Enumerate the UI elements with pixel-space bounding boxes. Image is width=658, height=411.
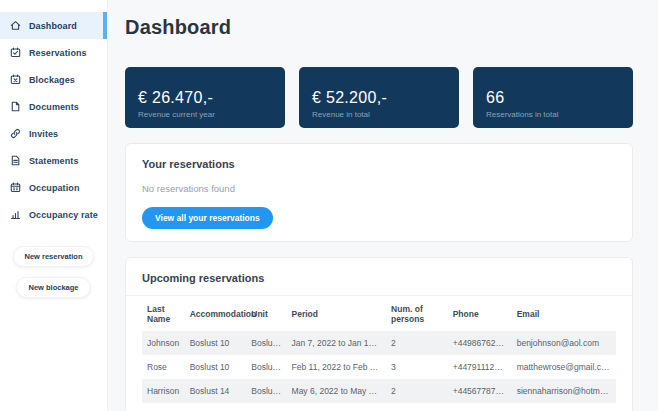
main-content: Dashboard € 26.470,- Revenue current yea… [108, 0, 658, 411]
calendar-x-icon [9, 74, 21, 86]
stat-card-revenue-current-year: € 26.470,- Revenue current year [125, 67, 285, 128]
cell-unit: Boslust 10 [246, 331, 286, 355]
sidebar-item-occupancy-rate[interactable]: Occupancy rate [0, 201, 107, 228]
sidebar-item-blockages[interactable]: Blockages [0, 66, 107, 93]
cell-accommodation: Boslust 10 [185, 331, 247, 355]
cell-period: May 6, 2022 to May 20, 2022 [287, 379, 387, 403]
sidebar: Dashboard Reservations Blockages Documen… [0, 0, 108, 411]
cell-unit: Boslust 14 [246, 379, 286, 403]
your-reservations-panel: Your reservations No reservations found … [125, 143, 633, 242]
cell-num-persons: 2 [386, 379, 448, 403]
sidebar-item-label: Blockages [29, 75, 75, 85]
calendar-icon [9, 182, 21, 194]
sidebar-item-label: Reservations [29, 48, 87, 58]
document-icon [9, 101, 21, 113]
upcoming-reservations-table: Last Name Accommodation Unit Period Num.… [142, 296, 616, 403]
link-icon [9, 128, 21, 140]
cell-email: siennaharrison@hotmail.com [512, 379, 616, 403]
table-header-row: Last Name Accommodation Unit Period Num.… [142, 296, 616, 331]
sidebar-item-statements[interactable]: Statements [0, 147, 107, 174]
cell-email: benjohnson@aol.com [512, 331, 616, 355]
sidebar-item-label: Documents [29, 102, 79, 112]
column-header-period: Period [287, 296, 387, 331]
cell-accommodation: Boslust 10 [185, 355, 247, 379]
cell-phone: +447911123456 [448, 355, 512, 379]
cell-last-name: Harrison [142, 379, 185, 403]
stat-label: Revenue in total [312, 110, 449, 119]
cell-phone: +4456778765432 [448, 379, 512, 403]
stat-label: Revenue current year [138, 110, 275, 119]
new-reservation-button[interactable]: New reservation [13, 246, 95, 267]
sidebar-item-label: Statements [29, 156, 79, 166]
cell-unit: Boslust 10 [246, 355, 286, 379]
new-blockage-button[interactable]: New blockage [16, 277, 90, 298]
sidebar-item-label: Occupation [29, 183, 80, 193]
table-row[interactable]: Johnson Boslust 10 Boslust 10 Jan 7, 202… [142, 331, 616, 355]
cell-email: matthewrose@gmail.com [512, 355, 616, 379]
column-header-unit: Unit [246, 296, 286, 331]
cell-accommodation: Boslust 14 [185, 379, 247, 403]
table-row[interactable]: Harrison Boslust 14 Boslust 14 May 6, 20… [142, 379, 616, 403]
home-icon [9, 20, 21, 32]
calendar-check-icon [9, 47, 21, 59]
file-text-icon [9, 155, 21, 167]
table-row[interactable]: Rose Boslust 10 Boslust 10 Feb 11, 2022 … [142, 355, 616, 379]
stat-value: € 52.200,- [312, 89, 449, 107]
panel-title: Upcoming reservations [142, 272, 616, 284]
cell-last-name: Rose [142, 355, 185, 379]
bar-chart-icon [9, 209, 21, 221]
sidebar-item-dashboard[interactable]: Dashboard [0, 12, 107, 39]
upcoming-reservations-panel: Upcoming reservations Last Name Accommod… [125, 257, 633, 411]
cell-period: Feb 11, 2022 to Feb 18, 2022 [287, 355, 387, 379]
sidebar-actions: New reservation New blockage [0, 246, 107, 298]
cell-num-persons: 3 [386, 355, 448, 379]
view-all-your-reservations-button[interactable]: View all your reservations [142, 207, 273, 229]
sidebar-item-invites[interactable]: Invites [0, 120, 107, 147]
sidebar-item-label: Invites [29, 129, 58, 139]
cell-num-persons: 2 [386, 331, 448, 355]
sidebar-item-reservations[interactable]: Reservations [0, 39, 107, 66]
column-header-accommodation: Accommodation [185, 296, 247, 331]
stat-value: € 26.470,- [138, 89, 275, 107]
column-header-email: Email [512, 296, 616, 331]
page-title: Dashboard [125, 16, 633, 39]
stat-card-reservations-total: 66 Reservations in total [473, 67, 633, 128]
column-header-phone: Phone [448, 296, 512, 331]
cell-period: Jan 7, 2022 to Jan 14, 2022 [287, 331, 387, 355]
stat-card-revenue-total: € 52.200,- Revenue in total [299, 67, 459, 128]
sidebar-item-documents[interactable]: Documents [0, 93, 107, 120]
empty-message: No reservations found [142, 183, 616, 194]
cell-phone: +4498676254987 [448, 331, 512, 355]
stats-row: € 26.470,- Revenue current year € 52.200… [125, 67, 633, 128]
sidebar-item-occupation[interactable]: Occupation [0, 174, 107, 201]
column-header-last-name: Last Name [142, 296, 185, 331]
sidebar-item-label: Occupancy rate [29, 210, 98, 220]
cell-last-name: Johnson [142, 331, 185, 355]
stat-label: Reservations in total [486, 110, 623, 119]
panel-title: Your reservations [142, 158, 616, 170]
stat-value: 66 [486, 89, 623, 107]
sidebar-item-label: Dashboard [29, 21, 77, 31]
column-header-num-persons: Num. of persons [386, 296, 448, 331]
